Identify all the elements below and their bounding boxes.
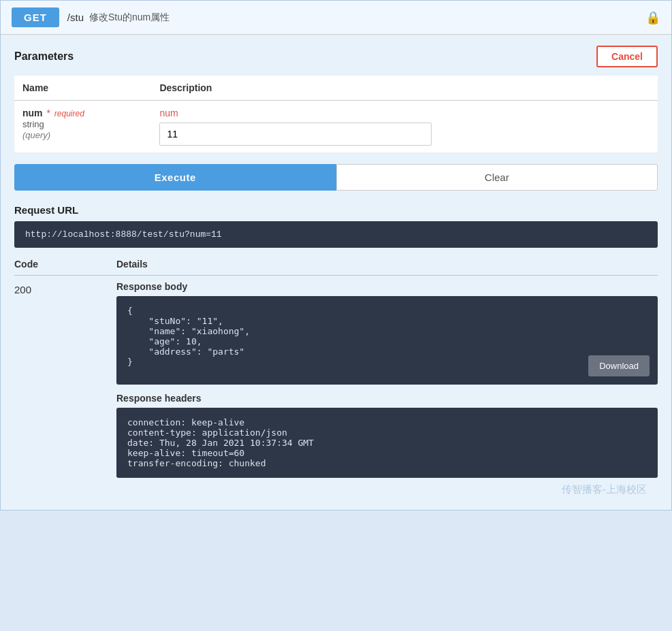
col-name-header: Name	[14, 76, 151, 101]
response-body-content: { "stuNo": "11", "name": "xiaohong", "ag…	[127, 306, 647, 367]
param-num-input[interactable]	[159, 123, 432, 146]
request-url-label: Request URL	[14, 204, 658, 216]
method-badge: GET	[12, 7, 59, 27]
param-name-row: num * required	[22, 108, 143, 118]
response-body-box: { "stuNo": "11", "name": "xiaohong", "ag…	[116, 296, 658, 385]
param-location-text: (query)	[22, 130, 50, 140]
code-details-header: Code Details	[14, 259, 658, 276]
param-desc-label: num	[159, 108, 650, 118]
watermark: 传智播客-上海校区	[14, 478, 658, 499]
details-col: Response body { "stuNo": "11", "name": "…	[116, 281, 658, 478]
param-name: num	[22, 108, 43, 118]
cancel-button[interactable]: Cancel	[596, 46, 658, 67]
param-type: string	[22, 118, 143, 129]
main-container: GET /stu 修改Stu的num属性 🔒 Parameters Cancel…	[0, 0, 672, 511]
response-code: 200	[14, 281, 116, 295]
content-area: Parameters Cancel Name Description num *…	[1, 35, 671, 510]
response-headers-box: connection: keep-alive content-type: app…	[116, 408, 658, 478]
response-headers-content: connection: keep-alive content-type: app…	[127, 417, 647, 468]
response-body-label: Response body	[116, 281, 658, 292]
lock-icon: 🔒	[645, 10, 660, 25]
table-row: num * required string (query) num	[14, 101, 658, 153]
response-headers-label: Response headers	[116, 393, 658, 404]
header-bar: GET /stu 修改Stu的num属性 🔒	[1, 1, 671, 35]
param-location: (query)	[22, 129, 143, 140]
request-url-box: http://localhost:8888/test/stu?num=11	[14, 221, 658, 248]
parameters-header: Parameters Cancel	[14, 46, 658, 67]
param-name-cell: num * required string (query)	[14, 101, 151, 153]
code-header: Code	[14, 259, 116, 270]
endpoint-description: 修改Stu的num属性	[89, 12, 170, 24]
code-details-row: 200 Response body { "stuNo": "11", "name…	[14, 281, 658, 478]
params-table: Name Description num * required string	[14, 76, 658, 153]
action-buttons: Execute Clear	[14, 164, 658, 191]
col-description-header: Description	[151, 76, 658, 101]
details-header: Details	[116, 259, 148, 270]
clear-button[interactable]: Clear	[336, 164, 658, 191]
param-type-text: string	[22, 119, 44, 129]
execute-button[interactable]: Execute	[14, 164, 336, 191]
param-desc-cell: num	[151, 101, 658, 153]
required-asterisk: *	[46, 108, 50, 118]
required-label: required	[54, 109, 84, 118]
download-button[interactable]: Download	[588, 355, 650, 376]
parameters-title: Parameters	[14, 50, 74, 63]
endpoint-path: /stu	[67, 12, 84, 23]
